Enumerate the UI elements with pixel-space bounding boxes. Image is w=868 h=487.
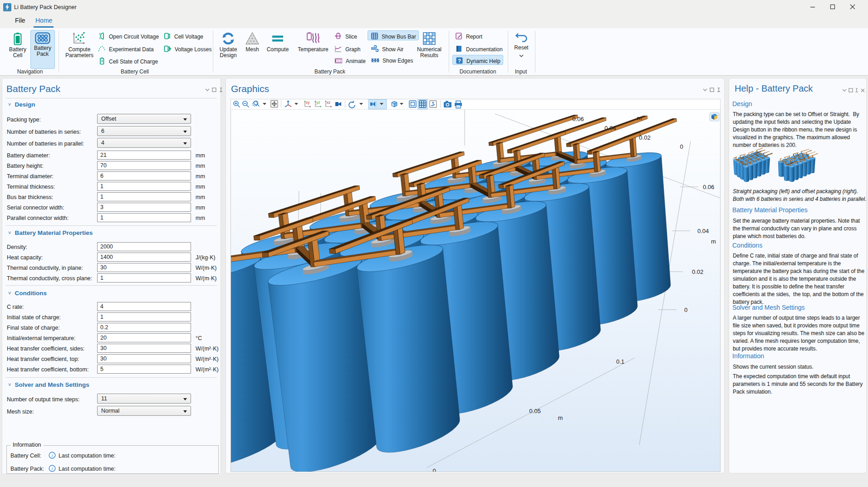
svg-text:0: 0 bbox=[684, 307, 687, 313]
svg-text:0.06: 0.06 bbox=[572, 116, 584, 122]
svg-text:xy: xy bbox=[306, 100, 310, 105]
svg-text:xz: xz bbox=[327, 100, 331, 105]
svg-text:?: ? bbox=[458, 58, 461, 63]
svg-text:m: m bbox=[711, 238, 716, 245]
svg-text:0.04: 0.04 bbox=[604, 125, 616, 131]
svg-text:0: 0 bbox=[680, 143, 683, 150]
svg-text:0.06: 0.06 bbox=[703, 184, 714, 190]
svg-text:0.05: 0.05 bbox=[529, 408, 540, 414]
svg-text:0: 0 bbox=[432, 468, 436, 472]
svg-text:0.04: 0.04 bbox=[697, 228, 709, 234]
svg-text:i: i bbox=[52, 453, 53, 458]
svg-text:0.1: 0.1 bbox=[616, 358, 624, 365]
svg-text:i: i bbox=[52, 466, 53, 471]
svg-text:yz: yz bbox=[316, 100, 320, 105]
svg-text:0.02: 0.02 bbox=[639, 134, 650, 141]
svg-text:0.02: 0.02 bbox=[692, 268, 703, 275]
svg-text:m: m bbox=[637, 115, 642, 122]
svg-text:m: m bbox=[558, 414, 563, 421]
